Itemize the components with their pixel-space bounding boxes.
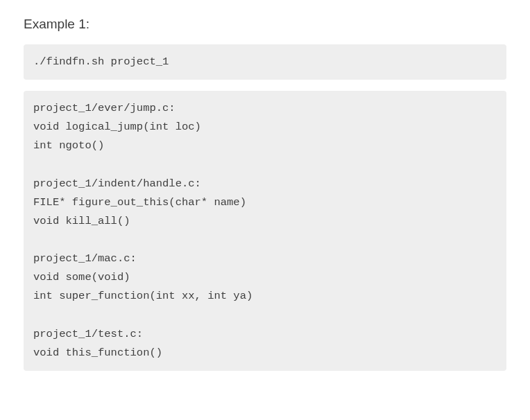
example-heading: Example 1: xyxy=(24,17,506,32)
output-code-block: project_1/ever/jump.c: void logical_jump… xyxy=(24,91,506,371)
command-code-block: ./findfn.sh project_1 xyxy=(24,44,506,80)
